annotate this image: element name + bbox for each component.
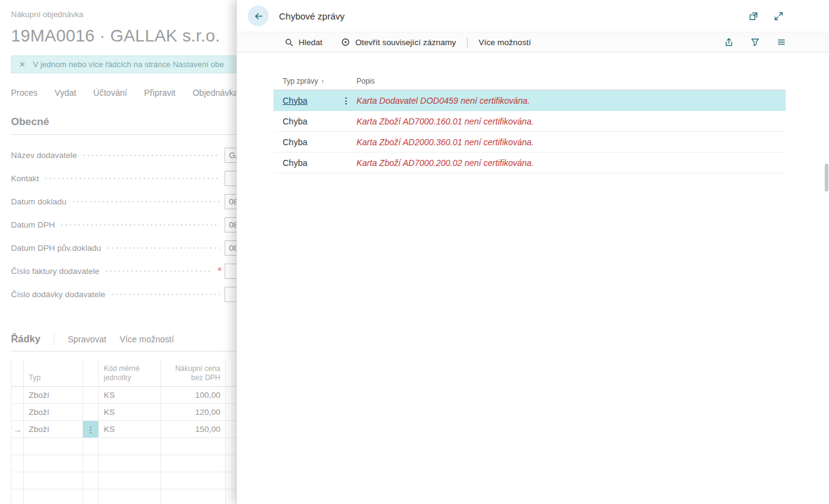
error-table-header: Typ zprávy ↑ Popis [273, 72, 786, 90]
column-header-popis[interactable]: Popis [357, 77, 786, 85]
error-row[interactable]: Chyba Karta Zboží AD7000.200.02 není cer… [273, 153, 786, 173]
panel-header: Chybové zprávy [237, 0, 829, 32]
type-cell: Chyba [273, 137, 357, 147]
chyba-label[interactable]: Chyba [283, 117, 307, 126]
panel-toolbar: Hledat Otevřít související záznamy Více … [237, 32, 829, 52]
panel-header-icons [748, 11, 784, 21]
error-description: Karta Zboží AD7000.200.02 není certifiko… [357, 158, 786, 168]
toolbar-divider [467, 37, 468, 48]
chyba-link[interactable]: Chyba [283, 96, 307, 106]
column-header-typ-zpravy[interactable]: Typ zprávy ↑ [273, 77, 357, 85]
sort-ascending-icon: ↑ [321, 77, 325, 85]
toolbar-right-icons [724, 37, 786, 47]
error-description: Karta Dodavatel DOD0459 není certifiková… [357, 96, 786, 106]
panel-title: Chybové zprávy [279, 11, 345, 21]
row-ellipsis-icon[interactable]: ⋮ [342, 96, 350, 106]
typ-zpravy-label: Typ zprávy [283, 77, 318, 85]
more-options-label: Více možností [479, 38, 531, 47]
filter-icon[interactable] [750, 37, 760, 47]
screen: Nákupní objednávka 19MA0016 · GALLAK s.r… [0, 0, 829, 504]
error-row[interactable]: Chyba Karta Zboží AD2000.360.01 není cer… [273, 132, 786, 153]
expand-panel-icon[interactable] [773, 11, 784, 21]
more-options-button[interactable]: Více možností [479, 38, 531, 47]
show-list-icon[interactable] [777, 37, 786, 47]
open-in-window-icon[interactable] [748, 11, 759, 21]
share-icon[interactable] [724, 37, 734, 47]
error-messages-panel: Chybové zprávy Hledat [236, 0, 829, 504]
back-button[interactable] [248, 5, 269, 26]
error-description: Karta Zboží AD7000.160.01 není certifiko… [357, 117, 786, 126]
chyba-label[interactable]: Chyba [283, 158, 307, 168]
error-row-selected[interactable]: Chyba ⋮ Karta Dodavatel DOD0459 není cer… [273, 90, 786, 111]
chyba-label[interactable]: Chyba [283, 137, 307, 147]
type-cell: Chyba [273, 117, 357, 126]
error-table: Typ zprávy ↑ Popis Chyba ⋮ Karta Dodavat… [273, 72, 786, 173]
related-records-icon [341, 37, 350, 47]
error-row[interactable]: Chyba Karta Zboží AD7000.160.01 není cer… [273, 111, 786, 132]
error-description: Karta Zboží AD2000.360.01 není certifiko… [357, 137, 786, 147]
type-cell: Chyba ⋮ [273, 96, 357, 106]
type-cell: Chyba [273, 158, 357, 168]
scrollbar-thumb[interactable] [825, 164, 828, 192]
search-label: Hledat [299, 38, 322, 47]
open-related-records-button[interactable]: Otevřít související záznamy [341, 37, 456, 47]
open-related-label: Otevřít související záznamy [355, 38, 456, 47]
search-icon [284, 38, 294, 47]
search-button[interactable]: Hledat [284, 38, 322, 47]
arrow-left-icon [253, 11, 264, 21]
